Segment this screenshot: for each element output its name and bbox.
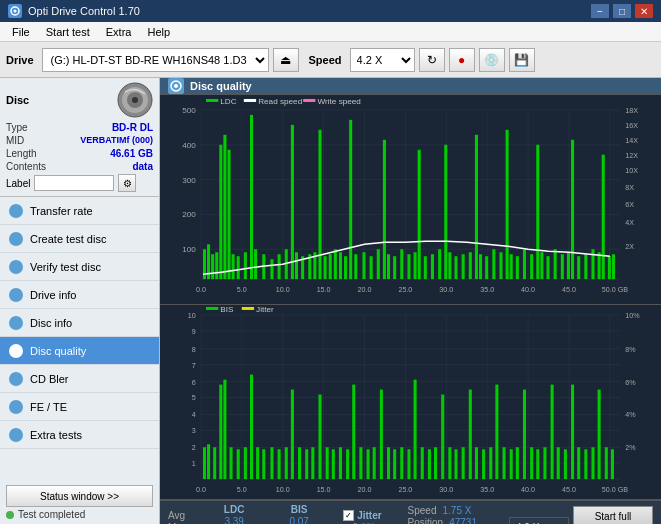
svg-text:40.0: 40.0 [521, 286, 535, 293]
speed-start-section: 4.2 X Start full Start part [509, 506, 653, 524]
disc-contents-row: Contents data [6, 161, 153, 172]
svg-rect-89 [418, 150, 421, 279]
svg-rect-219 [482, 449, 485, 479]
svg-text:6: 6 [192, 379, 196, 386]
svg-text:0.0: 0.0 [196, 486, 206, 493]
minimize-button[interactable]: − [591, 4, 609, 18]
start-buttons: Start full Start part [573, 506, 653, 524]
svg-rect-221 [495, 385, 498, 480]
disc-image [117, 82, 153, 118]
nav-item-cd-bler[interactable]: CD Bler [0, 365, 159, 393]
nav-item-verify-test-disc[interactable]: Verify test disc [0, 253, 159, 281]
disc-quality-header: Disc quality [160, 78, 661, 95]
nav-item-extra-tests[interactable]: Extra tests [0, 421, 159, 449]
svg-rect-237 [605, 447, 608, 479]
nav-item-fe-te[interactable]: FE / TE [0, 393, 159, 421]
title-bar-controls: − □ ✕ [591, 4, 653, 18]
svg-rect-192 [298, 447, 301, 479]
drive-select[interactable]: (G:) HL-DT-ST BD-RE WH16NS48 1.D3 [42, 48, 269, 72]
disc-type-row: Type BD-R DL [6, 122, 153, 133]
nav-icon [8, 203, 24, 219]
menu-help[interactable]: Help [139, 25, 178, 39]
svg-rect-184 [244, 447, 247, 479]
svg-text:9: 9 [192, 328, 196, 335]
svg-rect-53 [211, 254, 214, 279]
position-key: Position [408, 517, 444, 525]
disc-label-input[interactable] [34, 175, 114, 191]
disc-quality-icon [168, 78, 184, 94]
disc-button1[interactable]: ● [449, 48, 475, 72]
nav-item-drive-info[interactable]: Drive info [0, 281, 159, 309]
svg-rect-235 [591, 447, 594, 479]
maximize-button[interactable]: □ [613, 4, 631, 18]
svg-rect-187 [262, 449, 265, 479]
svg-rect-76 [339, 252, 342, 279]
svg-text:Write speed: Write speed [317, 97, 360, 106]
ldc-avg: 3.39 [224, 516, 243, 524]
svg-rect-62 [254, 249, 257, 279]
svg-rect-99 [479, 254, 482, 279]
jitter-section: ✓ Jitter -0.1% 0.0% [343, 510, 381, 524]
svg-rect-197 [332, 449, 335, 479]
svg-rect-96 [462, 254, 465, 279]
svg-text:100: 100 [182, 245, 196, 254]
close-button[interactable]: ✕ [635, 4, 653, 18]
svg-rect-92 [438, 249, 441, 279]
disc-label-btn[interactable]: ⚙ [118, 174, 136, 192]
svg-rect-194 [311, 447, 314, 479]
svg-text:4X: 4X [625, 219, 634, 226]
save-button[interactable]: 💾 [509, 48, 535, 72]
speed-select[interactable]: 4.2 X [350, 48, 415, 72]
nav-item-label: Extra tests [30, 429, 82, 441]
svg-rect-217 [469, 390, 472, 480]
svg-text:500: 500 [182, 106, 196, 115]
svg-rect-182 [230, 447, 233, 479]
sidebar: Disc Type BD-R DL MID [0, 78, 160, 524]
nav-icon [8, 315, 24, 331]
menu-start-test[interactable]: Start test [38, 25, 98, 39]
svg-rect-185 [250, 375, 253, 479]
svg-rect-178 [207, 444, 210, 479]
svg-rect-230 [557, 447, 560, 479]
svg-rect-215 [454, 449, 457, 479]
jitter-header: Jitter [357, 510, 381, 521]
speed-position-section: Speed 1.75 X Position 47731 MB Samples 7… [408, 505, 489, 525]
disc-button2[interactable]: 💿 [479, 48, 505, 72]
svg-text:10: 10 [188, 312, 196, 319]
menu-extra[interactable]: Extra [98, 25, 140, 39]
nav-item-disc-quality[interactable]: Disc quality [0, 337, 159, 365]
svg-rect-65 [278, 254, 281, 279]
refresh-button[interactable]: ↻ [419, 48, 445, 72]
start-full-button[interactable]: Start full [573, 506, 653, 524]
eject-button[interactable]: ⏏ [273, 48, 299, 72]
svg-rect-126 [303, 99, 315, 102]
nav-item-transfer-rate[interactable]: Transfer rate [0, 197, 159, 225]
jitter-checkbox-row: ✓ Jitter [343, 510, 381, 521]
svg-rect-212 [434, 447, 437, 479]
svg-rect-228 [543, 447, 546, 479]
svg-text:2%: 2% [625, 444, 636, 451]
svg-text:15.0: 15.0 [317, 286, 331, 293]
nav-item-label: Transfer rate [30, 205, 93, 217]
content-area: Disc quality [160, 78, 661, 524]
svg-rect-234 [584, 449, 587, 479]
svg-rect-109 [540, 252, 543, 279]
svg-rect-55 [219, 145, 222, 279]
status-text: Test completed [6, 509, 153, 520]
status-window-button[interactable]: Status window >> [6, 485, 153, 507]
svg-rect-239 [206, 307, 218, 310]
jitter-checkbox[interactable]: ✓ [343, 510, 354, 521]
svg-rect-198 [339, 447, 342, 479]
nav-item-create-test-disc[interactable]: Create test disc [0, 225, 159, 253]
menu-file[interactable]: File [4, 25, 38, 39]
svg-rect-112 [561, 254, 564, 279]
nav-item-label: Disc quality [30, 345, 86, 357]
svg-rect-205 [387, 447, 390, 479]
svg-text:45.0: 45.0 [562, 286, 576, 293]
scan-speed-select[interactable]: 4.2 X [509, 517, 569, 525]
svg-text:1: 1 [192, 460, 196, 467]
bis-header: BIS [291, 504, 308, 515]
svg-text:20.0: 20.0 [358, 286, 372, 293]
svg-rect-119 [602, 155, 605, 279]
nav-item-disc-info[interactable]: Disc info [0, 309, 159, 337]
